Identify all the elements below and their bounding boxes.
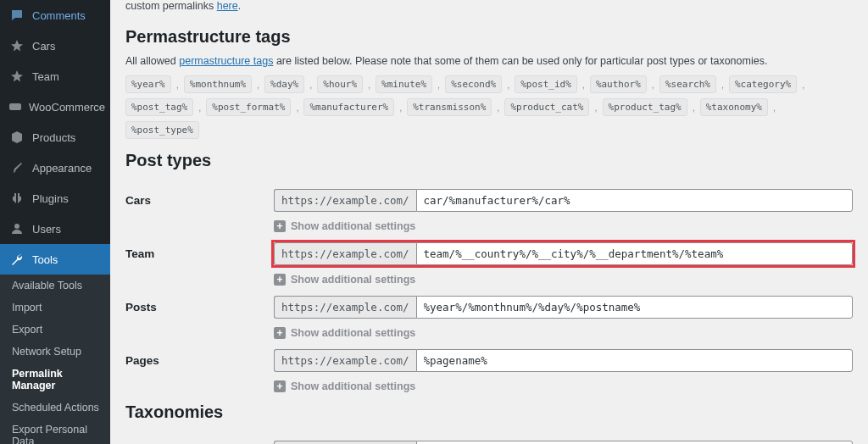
url-prefix: https://example.com/ bbox=[274, 349, 416, 372]
permastructure-tag[interactable]: %transmisson% bbox=[407, 98, 492, 116]
menu-comments[interactable]: Comments bbox=[0, 0, 110, 31]
menu-label: Products bbox=[32, 131, 75, 144]
url-prefix: https://example.com/ bbox=[274, 242, 416, 265]
svg-point-1 bbox=[14, 224, 19, 229]
menu-label: Cars bbox=[32, 40, 55, 53]
show-additional-settings[interactable]: +Show additional settings bbox=[274, 380, 853, 392]
intro-text: custom permalinks here. bbox=[125, 0, 853, 17]
menu-label: WooCommerce bbox=[29, 101, 105, 114]
taxonomies-table: Categorieshttps://example.com/ bbox=[125, 430, 853, 444]
submenu-network-setup[interactable]: Network Setup bbox=[0, 341, 110, 363]
permastructure-tag[interactable]: %day% bbox=[264, 75, 304, 93]
menu-label: Plugins bbox=[32, 192, 69, 205]
woo-icon bbox=[8, 98, 22, 115]
permastructure-tag[interactable]: %monthnum% bbox=[184, 75, 252, 93]
intro-link[interactable]: here bbox=[217, 0, 238, 12]
permastructure-tag[interactable]: %product_tag% bbox=[603, 98, 687, 116]
comment-icon bbox=[8, 7, 25, 24]
brush-icon bbox=[8, 159, 25, 176]
url-prefix: https://example.com/ bbox=[274, 296, 416, 319]
menu-label: Users bbox=[32, 223, 61, 236]
permastructure-tag[interactable]: %post_id% bbox=[515, 75, 577, 93]
plus-icon: + bbox=[274, 274, 286, 286]
plug-icon bbox=[8, 190, 25, 207]
permastructure-tag[interactable]: %post_format% bbox=[206, 98, 291, 116]
permastructure-tag[interactable]: %category% bbox=[729, 75, 797, 93]
row-label: Posts bbox=[125, 286, 274, 339]
svg-rect-0 bbox=[9, 103, 21, 110]
url-prefix: https://example.com/ bbox=[274, 441, 416, 444]
permastructure-desc: All allowed permastructure tags are list… bbox=[125, 55, 853, 67]
wrench-icon bbox=[8, 251, 25, 268]
row-label: Team bbox=[125, 232, 274, 286]
submenu-permalink-manager[interactable]: Permalink Manager bbox=[0, 363, 110, 397]
plus-icon: + bbox=[274, 380, 286, 392]
tools-submenu: Available Tools Import Export Network Se… bbox=[0, 275, 110, 444]
permastructure-tag[interactable]: %minute% bbox=[376, 75, 432, 93]
main-content: custom permalinks here. Permastructure t… bbox=[110, 0, 868, 444]
permastructure-tag[interactable]: %taxonomy% bbox=[700, 98, 768, 116]
permastructure-link[interactable]: permastructure tags bbox=[179, 55, 273, 67]
menu-label: Appearance bbox=[32, 162, 92, 175]
plus-icon: + bbox=[274, 327, 286, 339]
permastructure-heading: Permastructure tags bbox=[125, 27, 853, 47]
permastructure-tags: %year%,%monthnum%,%day%,%hour%,%minute%,… bbox=[125, 75, 853, 139]
menu-appearance[interactable]: Appearance bbox=[0, 153, 110, 183]
show-additional-settings[interactable]: +Show additional settings bbox=[274, 327, 853, 339]
submenu-available-tools[interactable]: Available Tools bbox=[0, 275, 110, 297]
menu-cars[interactable]: Cars bbox=[0, 31, 110, 61]
permastructure-tag[interactable]: %product_cat% bbox=[504, 98, 589, 116]
menu-woocommerce[interactable]: WooCommerce bbox=[0, 92, 110, 122]
permastructure-tag[interactable]: %hour% bbox=[317, 75, 363, 93]
permastructure-tag[interactable]: %manufacturer% bbox=[303, 98, 394, 116]
row-label: Pages bbox=[125, 339, 274, 392]
plus-icon: + bbox=[274, 220, 286, 232]
submenu-export[interactable]: Export bbox=[0, 319, 110, 341]
url-prefix: https://example.com/ bbox=[274, 189, 416, 212]
permalink-input[interactable] bbox=[416, 189, 853, 212]
user-icon bbox=[8, 220, 25, 237]
permalink-input[interactable] bbox=[416, 296, 853, 319]
menu-products[interactable]: Products bbox=[0, 122, 110, 153]
permastructure-tag[interactable]: %year% bbox=[125, 75, 171, 93]
show-additional-settings[interactable]: +Show additional settings bbox=[274, 220, 853, 232]
menu-tools[interactable]: Tools bbox=[0, 244, 110, 275]
permastructure-tag[interactable]: %search% bbox=[659, 75, 716, 93]
row-label: Categories bbox=[125, 430, 274, 444]
permalink-input[interactable] bbox=[416, 441, 853, 444]
permalink-input[interactable] bbox=[416, 349, 853, 372]
posttypes-heading: Post types bbox=[125, 151, 853, 170]
menu-team[interactable]: Team bbox=[0, 61, 110, 92]
permastructure-tag[interactable]: %second% bbox=[445, 75, 502, 93]
pin-icon bbox=[8, 37, 25, 54]
pin-icon bbox=[8, 68, 25, 85]
row-label: Cars bbox=[125, 179, 274, 232]
submenu-import[interactable]: Import bbox=[0, 297, 110, 319]
permastructure-tag[interactable]: %post_type% bbox=[125, 121, 199, 139]
permastructure-tag[interactable]: %post_tag% bbox=[125, 98, 193, 116]
submenu-scheduled-actions[interactable]: Scheduled Actions bbox=[0, 397, 110, 419]
permastructure-tag[interactable]: %author% bbox=[590, 75, 647, 93]
submenu-export-personal[interactable]: Export Personal Data bbox=[0, 419, 110, 444]
menu-plugins[interactable]: Plugins bbox=[0, 183, 110, 214]
taxonomies-heading: Taxonomies bbox=[125, 402, 853, 422]
menu-label: Team bbox=[32, 70, 59, 83]
permalink-input[interactable] bbox=[416, 242, 853, 265]
show-additional-settings[interactable]: +Show additional settings bbox=[274, 274, 853, 286]
menu-label: Comments bbox=[32, 9, 86, 22]
menu-users[interactable]: Users bbox=[0, 214, 110, 244]
posttypes-table: Carshttps://example.com/+Show additional… bbox=[125, 179, 853, 392]
box-icon bbox=[8, 129, 25, 146]
menu-label: Tools bbox=[32, 253, 58, 266]
admin-sidebar: Comments Cars Team WooCommerce Products … bbox=[0, 0, 110, 444]
